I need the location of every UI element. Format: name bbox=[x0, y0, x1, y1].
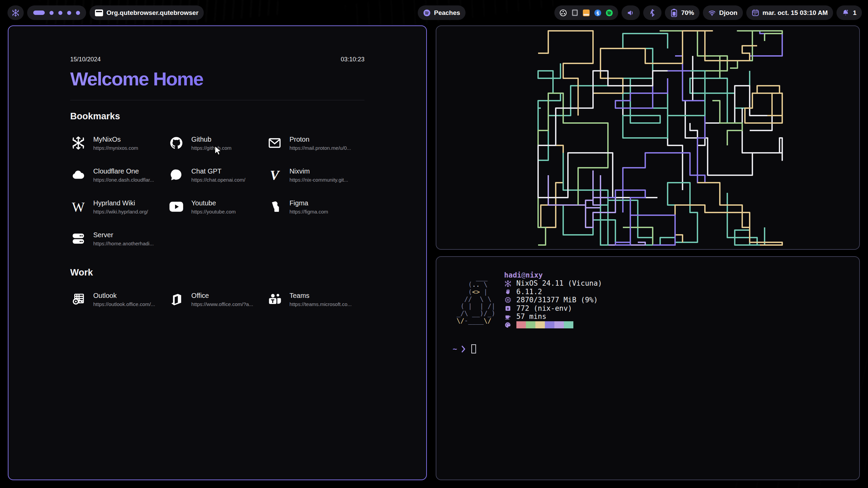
fetch-row-kernel-hand: 6.11.2 bbox=[504, 288, 602, 296]
bluetooth-blue-tray-icon[interactable] bbox=[594, 9, 601, 17]
media-track-label: Peaches bbox=[434, 9, 460, 17]
palette-swatch bbox=[564, 321, 573, 328]
speaker-icon bbox=[627, 9, 634, 17]
bookmark-server[interactable]: Server https://home.anotherhadi... bbox=[70, 223, 168, 255]
shell-prompt[interactable]: ~ bbox=[453, 344, 476, 353]
bookmark-name: Office bbox=[191, 292, 253, 300]
clock-widget[interactable]: mar. oct. 15 03:10 AM bbox=[746, 5, 833, 20]
bookmark-name: Teams bbox=[290, 292, 352, 300]
fastfetch-terminal-window[interactable]: ___ (.. \ (<> | // \ \ ( | | /| _/\ __)/… bbox=[436, 256, 860, 480]
bluetooth-widget[interactable] bbox=[643, 5, 662, 20]
figma-icon bbox=[267, 199, 283, 215]
workspace-2[interactable] bbox=[50, 11, 54, 15]
spotify-green-tray-icon[interactable] bbox=[606, 9, 613, 17]
mail-icon bbox=[267, 135, 283, 151]
wifi-icon bbox=[708, 9, 716, 17]
divider bbox=[70, 100, 364, 100]
bookmark-cloudflare-one[interactable]: Cloudflare One https://one.dash.cloudfla… bbox=[70, 159, 168, 191]
kernel-hand-icon bbox=[504, 288, 512, 295]
spotify-icon bbox=[423, 9, 431, 17]
media-player-widget[interactable]: Peaches bbox=[418, 5, 466, 20]
bookmark-url: https://figma.com bbox=[290, 209, 328, 215]
fetch-row-memory-chip: 2870/31377 MiB (9%) bbox=[504, 296, 602, 304]
orange-tray-icon[interactable] bbox=[583, 9, 590, 17]
status-bar: Org.qutebrowser.qutebrowser Peaches 70% … bbox=[0, 5, 868, 20]
battery-icon bbox=[670, 9, 678, 17]
window-icon bbox=[95, 9, 103, 16]
palette-swatch bbox=[516, 321, 526, 328]
startpage-date: 15/10/2024 bbox=[70, 56, 101, 63]
nixvim-v-icon: V bbox=[267, 167, 283, 183]
bell-icon bbox=[842, 9, 849, 17]
bookmark-office[interactable]: Office https://www.office.com/?a... bbox=[168, 283, 266, 315]
bookmark-hyprland-wiki[interactable]: W Hyprland Wiki https://wiki.hyprland.or… bbox=[70, 191, 168, 223]
bookmark-mynixos[interactable]: MyNixOs https://mynixos.com bbox=[70, 127, 168, 159]
workspace-1-active[interactable] bbox=[33, 11, 45, 15]
terminal-palette-row bbox=[504, 321, 602, 328]
outlook-icon bbox=[70, 291, 86, 307]
clock-label: mar. oct. 15 03:10 AM bbox=[763, 9, 828, 17]
bookmark-url: https://www.office.com/?a... bbox=[191, 301, 253, 307]
workspace-3[interactable] bbox=[58, 11, 62, 15]
workspaces-widget[interactable] bbox=[27, 5, 86, 20]
bookmark-nixvim[interactable]: V Nixvim https://nix-community.git... bbox=[267, 159, 364, 191]
bookmark-url: https://youtube.com bbox=[191, 209, 236, 215]
bookmark-name: Cloudflare One bbox=[93, 167, 154, 175]
bookmark-url: https://teams.microsoft.co... bbox=[290, 301, 352, 307]
bookmark-name: Outlook bbox=[93, 292, 155, 300]
network-widget[interactable]: Djoon bbox=[703, 5, 743, 20]
youtube-icon bbox=[168, 199, 184, 215]
bookmark-url: https://mail.proton.me/u/0... bbox=[290, 145, 351, 151]
nixos-logo-icon bbox=[12, 9, 19, 17]
workspace-4[interactable] bbox=[67, 11, 71, 15]
bookmark-figma[interactable]: Figma https://figma.com bbox=[267, 191, 364, 223]
bookmark-youtube[interactable]: Youtube https://youtube.com bbox=[168, 191, 266, 223]
bookmark-chat-gpt[interactable]: Chat GPT https://chat.openai.com/ bbox=[168, 159, 266, 191]
battery-widget[interactable]: 70% bbox=[665, 5, 699, 20]
bookmark-name: MyNixOs bbox=[93, 136, 138, 143]
fetch-value: 57 mins bbox=[516, 312, 547, 321]
bookmark-proton[interactable]: Proton https://mail.proton.me/u/0... bbox=[267, 127, 364, 159]
bookmark-name: Github bbox=[191, 136, 231, 143]
startpage-time: 03:10:23 bbox=[341, 56, 364, 63]
bookmark-url: https://mynixos.com bbox=[93, 145, 138, 151]
bookmark-url: https://github.com bbox=[191, 145, 231, 151]
uptime-cup-icon bbox=[504, 313, 512, 320]
volume-widget[interactable] bbox=[622, 5, 640, 20]
hostname: nixy bbox=[526, 271, 543, 279]
server-icon bbox=[70, 230, 86, 247]
cloud-icon bbox=[70, 167, 86, 183]
memory-chip-icon bbox=[504, 297, 512, 303]
github-icon bbox=[168, 135, 184, 151]
bookmark-name: Server bbox=[93, 231, 154, 239]
fetch-row-nix-purple: NixOS 24.11 (Vicuna) bbox=[504, 279, 602, 287]
nixos-launcher-button[interactable] bbox=[7, 5, 24, 20]
teams-icon bbox=[267, 291, 283, 307]
calendar-icon bbox=[752, 9, 759, 17]
palette-swatch bbox=[535, 321, 545, 328]
section-heading: Bookmarks bbox=[70, 111, 364, 122]
section-heading: Work bbox=[70, 267, 364, 278]
bookmark-teams[interactable]: Teams https://teams.microsoft.co... bbox=[267, 283, 364, 315]
obs-tray-icon[interactable] bbox=[559, 9, 567, 17]
bookmark-name: Figma bbox=[290, 199, 328, 207]
graybox-tray-icon[interactable] bbox=[571, 9, 578, 17]
bluetooth-icon bbox=[649, 9, 656, 17]
nix-purple-icon bbox=[504, 280, 512, 287]
tux-ascii-art: ___ (.. \ (<> | // \ \ ( | | /| _/\ __)/… bbox=[453, 274, 495, 328]
workspace-5[interactable] bbox=[76, 11, 80, 15]
bookmark-url: https://chat.openai.com/ bbox=[191, 177, 245, 183]
bookmark-name: Hyprland Wiki bbox=[93, 199, 148, 207]
bookmark-outlook[interactable]: Outlook https://outlook.office.com/... bbox=[70, 283, 168, 315]
fetch-value: 772 (nix-env) bbox=[516, 304, 572, 312]
active-window-title-pill: Org.qutebrowser.qutebrowser bbox=[90, 5, 204, 20]
wikipedia-w-icon: W bbox=[70, 199, 86, 215]
palette-swatch bbox=[526, 321, 535, 328]
bookmark-url: https://nix-community.git... bbox=[290, 177, 348, 183]
prompt-chevron-icon bbox=[461, 345, 466, 353]
notifications-widget[interactable]: 1 bbox=[836, 5, 862, 20]
bookmark-name: Chat GPT bbox=[191, 167, 245, 175]
wifi-ssid: Djoon bbox=[719, 9, 737, 17]
bookmark-url: https://home.anotherhadi... bbox=[93, 241, 154, 246]
bookmark-name: Nixvim bbox=[290, 167, 348, 175]
